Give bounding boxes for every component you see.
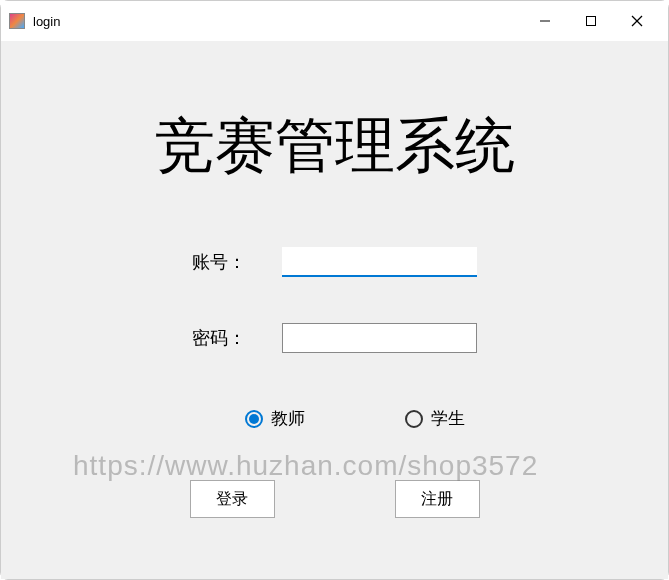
minimize-icon xyxy=(539,15,551,27)
button-row: 登录 注册 xyxy=(190,480,480,518)
teacher-radio[interactable]: 教师 xyxy=(245,407,305,430)
password-label: 密码： xyxy=(192,326,282,350)
account-label: 账号： xyxy=(192,250,282,274)
page-title: 竞赛管理系统 xyxy=(155,106,515,187)
radio-icon-unchecked xyxy=(405,410,423,428)
close-button[interactable] xyxy=(614,5,660,37)
client-area: 竞赛管理系统 账号： 密码： 教师 学生 登录 注册 xyxy=(1,41,668,579)
titlebar: login xyxy=(1,1,668,41)
svg-rect-1 xyxy=(587,17,596,26)
minimize-button[interactable] xyxy=(522,5,568,37)
account-input[interactable] xyxy=(282,247,477,277)
role-radio-group: 教师 学生 xyxy=(245,407,465,430)
login-button[interactable]: 登录 xyxy=(190,480,275,518)
maximize-icon xyxy=(585,15,597,27)
maximize-button[interactable] xyxy=(568,5,614,37)
student-radio[interactable]: 学生 xyxy=(405,407,465,430)
radio-icon-checked xyxy=(245,410,263,428)
app-icon xyxy=(9,13,25,29)
login-window: login 竞赛管理系统 账号： 密码： 教师 xyxy=(0,0,669,580)
account-row: 账号： xyxy=(192,247,477,277)
window-controls xyxy=(522,5,660,37)
password-input[interactable] xyxy=(282,323,477,353)
register-button[interactable]: 注册 xyxy=(395,480,480,518)
password-row: 密码： xyxy=(192,323,477,353)
close-icon xyxy=(631,15,643,27)
window-title: login xyxy=(33,14,60,29)
student-radio-label: 学生 xyxy=(431,407,465,430)
teacher-radio-label: 教师 xyxy=(271,407,305,430)
